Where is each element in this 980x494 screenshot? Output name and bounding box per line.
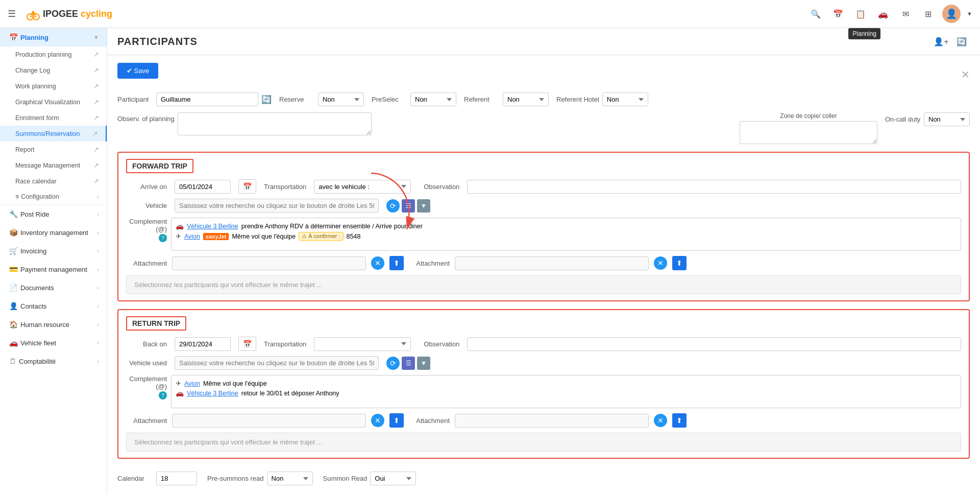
return-attachment-clear-btn-2[interactable]: ✕ xyxy=(654,414,667,427)
summon-read-select[interactable]: Oui Non xyxy=(370,472,416,485)
post-ride-arrow: ‹ xyxy=(97,211,99,217)
payment-icon: 💳 xyxy=(9,265,18,273)
vehicle-refresh-btn[interactable]: ⟳ xyxy=(386,199,400,213)
documents-icon: 📄 xyxy=(9,284,18,292)
return-berline-link[interactable]: Véhicule 3 Berline xyxy=(187,390,238,397)
attachment-upload-btn-1[interactable]: ⬆ xyxy=(389,256,404,270)
calendar-input[interactable] xyxy=(156,472,197,485)
sidebar-item-inventory-management[interactable]: 📦 Inventory management ‹ xyxy=(0,223,107,242)
sidebar-item-race-calendar[interactable]: Race calendar ↗ xyxy=(0,173,107,189)
return-complement-help-icon[interactable]: ? xyxy=(159,391,167,399)
comp-line-1: 🚗 Véhicule 3 Berline prendre Anthony RDV… xyxy=(176,222,957,230)
save-button[interactable]: ✔ Save xyxy=(117,63,158,79)
return-complement-label-group: Complement (@) ? xyxy=(126,375,167,399)
sidebar-item-message-management[interactable]: Message Management ↗ xyxy=(0,157,107,173)
car-icon[interactable]: 🚗 xyxy=(875,6,891,22)
payment-arrow: ‹ xyxy=(97,266,99,272)
sidebar-item-contacts[interactable]: 👤 Contacts ‹ xyxy=(0,297,107,315)
mail-icon[interactable]: ✉ xyxy=(897,6,914,22)
sidebar-item-change-log[interactable]: Change Log ↗ xyxy=(0,62,107,78)
complement-label-group: Complement (@) ? xyxy=(126,218,167,242)
ext-link-icon: ↗ xyxy=(93,161,99,169)
return-avion-link[interactable]: Avion xyxy=(184,380,200,387)
obs-planning-label: Observ. of planning xyxy=(117,115,175,123)
user-avatar[interactable]: 👤 xyxy=(942,5,961,23)
sidebar-item-work-planning[interactable]: Work planning ↗ xyxy=(0,78,107,94)
participant-input[interactable] xyxy=(156,92,258,106)
sidebar-item-summons-reservation[interactable]: Summons/Reservation ↗ xyxy=(0,126,107,142)
sidebar-item-report[interactable]: Report ↗ xyxy=(0,142,107,157)
complement-help-icon[interactable]: ? xyxy=(159,234,167,242)
return-attachment-upload-btn-1[interactable]: ⬆ xyxy=(389,413,404,428)
return-transportation-label: Transportation xyxy=(264,340,306,348)
return-comp-line2-text: retour le 30/01 et déposer Anthony xyxy=(241,390,339,397)
clipboard-icon[interactable]: 📋 xyxy=(852,6,869,22)
summon-read-field-group: Summon Read Oui Non xyxy=(323,472,416,485)
referent-select[interactable]: Non xyxy=(503,92,549,106)
observation-input[interactable] xyxy=(467,180,961,194)
on-call-duty-label: On-call duty xyxy=(885,115,921,123)
sidebar-item-comptabilite[interactable]: 🗒 Comptabilité ‹ xyxy=(0,352,107,370)
sidebar-item-documents[interactable]: 📄 Documents ‹ xyxy=(0,278,107,297)
sidebar-item-graphical-visualization[interactable]: Graphical Visualization ↗ xyxy=(0,94,107,110)
vehicle-label: Vehicle xyxy=(126,202,167,209)
back-on-input[interactable] xyxy=(175,337,231,351)
zone-copy-textarea[interactable] xyxy=(740,121,877,144)
ext-link-icon: ↗ xyxy=(93,51,99,58)
calendar-icon[interactable]: 📅 xyxy=(830,6,846,22)
on-call-duty-select[interactable]: Non xyxy=(924,112,970,126)
transportation-select[interactable]: avec le vehicule : xyxy=(314,180,411,194)
obs-planning-textarea[interactable] xyxy=(178,112,372,135)
avion-link[interactable]: Avion xyxy=(184,233,200,240)
vehicle-used-search-input[interactable] xyxy=(175,356,379,370)
obs-zone-row: Observ. of planning Zone de copie/ colle… xyxy=(117,112,970,144)
sidebar-item-production-planning[interactable]: Production planning ↗ xyxy=(0,46,107,62)
attachment-clear-btn-1[interactable]: ✕ xyxy=(371,256,384,270)
sidebar-item-invoicing[interactable]: 🛒 Invoicing ‹ xyxy=(0,242,107,260)
sidebar-item-vehicle-fleet[interactable]: 🚗 Vehicle fleet ‹ xyxy=(0,334,107,352)
reserve-select[interactable]: Non xyxy=(318,92,364,106)
return-observation-input[interactable] xyxy=(467,337,961,351)
vehicle-used-dropdown-btn[interactable]: ▼ xyxy=(417,357,430,370)
vehicle-dropdown-btn[interactable]: ▼ xyxy=(417,199,430,213)
close-button[interactable]: ✕ xyxy=(961,68,970,81)
return-attachment-upload-btn-2[interactable]: ⬆ xyxy=(672,413,687,428)
refresh-button[interactable]: 🔄 xyxy=(953,33,970,50)
user-menu-arrow[interactable]: ▼ xyxy=(967,11,972,17)
participant-refresh-icon[interactable]: 🔄 xyxy=(261,95,272,104)
sidebar-planning[interactable]: 📅 Planning ▼ xyxy=(0,28,107,46)
attachment-upload-btn-2[interactable]: ⬆ xyxy=(672,256,687,270)
sidebar-item-payment-management[interactable]: 💳 Payment management ‹ xyxy=(0,260,107,278)
search-icon[interactable]: 🔍 xyxy=(807,6,824,22)
sidebar-item-human-resource[interactable]: 🏠 Human resource ‹ xyxy=(0,315,107,334)
vehicle-list-btn[interactable]: ☰ xyxy=(402,199,415,213)
add-user-button[interactable]: 👤+ xyxy=(933,33,949,50)
vehicle-search-input[interactable] xyxy=(175,199,379,213)
attachment-clear-btn-2[interactable]: ✕ xyxy=(654,256,667,270)
vehicle-used-refresh-btn[interactable]: ⟳ xyxy=(386,357,400,370)
preselec-select[interactable]: Non xyxy=(410,92,456,106)
attachment-input-2[interactable] xyxy=(455,256,649,270)
layout-icon[interactable]: ⊞ xyxy=(920,6,936,22)
sidebar-item-configuration[interactable]: ≡ Configuration ‹ xyxy=(0,189,107,204)
return-attachment-input-1[interactable] xyxy=(172,414,366,428)
arrive-calendar-btn[interactable]: 📅 xyxy=(238,179,256,194)
sidebar-item-enrolment-form[interactable]: Enrolment form ↗ xyxy=(0,110,107,126)
referent-hotel-select[interactable]: Non xyxy=(602,92,648,106)
sidebar-item-post-ride[interactable]: 🔧 Post Ride ‹ xyxy=(0,205,107,223)
vehicle-used-action-btns: ⟳ ☰ ▼ xyxy=(386,357,430,370)
attachment-input-1[interactable] xyxy=(172,256,366,270)
vehicle-berline-link[interactable]: Véhicule 3 Berline xyxy=(187,223,238,230)
back-calendar-btn[interactable]: 📅 xyxy=(238,337,256,351)
forward-vehicle-row: Vehicle ⟳ ☰ ▼ xyxy=(126,199,961,213)
hamburger-icon[interactable]: ☰ xyxy=(8,8,16,19)
vehicle-used-list-btn[interactable]: ☰ xyxy=(402,357,415,370)
planning-icon: 📅 xyxy=(9,33,18,41)
planning-arrow: ▼ xyxy=(93,34,99,40)
return-attachment-clear-btn-1[interactable]: ✕ xyxy=(371,414,384,427)
return-attachment-input-2[interactable] xyxy=(455,414,649,428)
return-transportation-select[interactable] xyxy=(314,337,411,351)
arrive-on-input[interactable] xyxy=(175,180,231,194)
post-ride-icon: 🔧 xyxy=(9,210,18,218)
pre-summons-select[interactable]: Non xyxy=(267,472,313,485)
